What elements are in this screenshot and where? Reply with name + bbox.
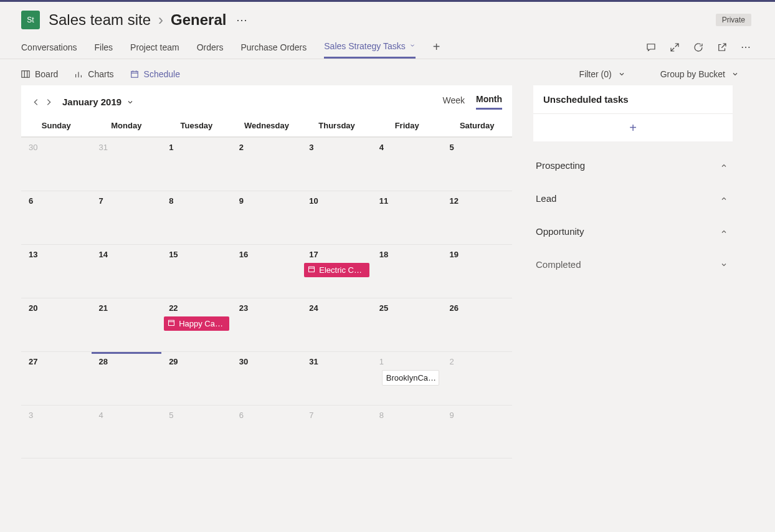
day-cell[interactable]: 2 <box>232 138 302 191</box>
day-cell[interactable]: 30 <box>21 138 92 191</box>
calendar-week: 3456789 <box>21 405 512 458</box>
day-cell[interactable]: 6 <box>232 406 302 458</box>
day-cell[interactable]: 4 <box>372 138 442 191</box>
next-month-button[interactable] <box>42 96 55 108</box>
day-cell[interactable]: 1BrooklynCa… <box>372 352 442 405</box>
groupby-button[interactable]: Group by Bucket <box>660 69 739 79</box>
day-cell[interactable]: 28 <box>92 352 162 405</box>
team-name[interactable]: Sales team site <box>49 11 151 29</box>
day-cell[interactable]: 1 <box>161 138 232 191</box>
day-cell[interactable]: 21 <box>92 298 162 351</box>
bucket-label: Completed <box>536 259 581 270</box>
day-cell[interactable]: 3 <box>302 138 372 191</box>
day-cell[interactable]: 31 <box>92 138 162 191</box>
day-cell[interactable]: 3 <box>21 406 92 458</box>
expand-icon[interactable] <box>669 42 680 53</box>
day-cell[interactable]: 8 <box>161 191 232 244</box>
bucket-completed[interactable]: Completed <box>533 248 733 281</box>
bucket-opportunity[interactable]: Opportunity <box>533 215 733 248</box>
day-number: 27 <box>29 357 89 366</box>
view-board[interactable]: Board <box>21 69 58 79</box>
day-cell[interactable]: 7 <box>302 406 372 458</box>
view-charts[interactable]: Charts <box>74 69 113 79</box>
day-cell[interactable]: 19 <box>442 245 512 298</box>
day-cell[interactable]: 18 <box>372 245 442 298</box>
view-schedule[interactable]: Schedule <box>130 69 180 79</box>
tab-sales-strategy-tasks[interactable]: Sales Strategy Tasks <box>324 36 415 59</box>
calendar-grid: 30311234567891011121314151617Electric C…… <box>21 137 512 458</box>
day-cell[interactable]: 24 <box>302 298 372 351</box>
day-cell[interactable]: 30 <box>232 352 302 405</box>
day-number: 7 <box>99 196 159 206</box>
tab-orders[interactable]: Orders <box>197 36 224 59</box>
tab-conversations[interactable]: Conversations <box>21 36 77 59</box>
add-task-button[interactable]: + <box>533 114 733 141</box>
day-cell[interactable]: 10 <box>302 191 372 244</box>
charts-icon <box>74 70 83 78</box>
open-external-icon[interactable] <box>716 42 728 53</box>
day-number: 21 <box>99 303 159 313</box>
refresh-icon[interactable] <box>693 42 704 53</box>
more-options-icon[interactable]: ⋯ <box>234 13 247 27</box>
day-number: 28 <box>99 357 159 366</box>
day-cell[interactable]: 5 <box>442 138 512 191</box>
day-cell[interactable]: 5 <box>161 406 232 458</box>
tab-purchase-orders[interactable]: Purchase Orders <box>240 36 307 59</box>
range-week[interactable]: Week <box>442 95 465 109</box>
day-header: Monday <box>92 121 162 130</box>
day-cell[interactable]: 16 <box>232 245 302 298</box>
range-month[interactable]: Month <box>476 94 502 110</box>
day-cell[interactable]: 27 <box>21 352 92 405</box>
prev-month-button[interactable] <box>30 96 42 108</box>
more-icon[interactable]: ⋯ <box>740 42 751 53</box>
day-cell[interactable]: 9 <box>232 191 302 244</box>
privacy-badge: Private <box>716 14 751 26</box>
day-cell[interactable]: 31 <box>302 352 372 405</box>
bucket-prospecting[interactable]: Prospecting <box>533 149 733 182</box>
event-label: Happy Ca… <box>179 319 223 328</box>
day-cell[interactable]: 6 <box>21 191 92 244</box>
tab-bar: ConversationsFilesProject teamOrdersPurc… <box>0 36 775 59</box>
day-cell[interactable]: 25 <box>372 298 442 351</box>
day-number: 31 <box>309 357 369 366</box>
tab-project-team[interactable]: Project team <box>130 36 179 59</box>
month-picker[interactable]: January 2019 <box>62 97 134 107</box>
calendar-event[interactable]: BrooklynCa… <box>382 370 440 386</box>
day-cell[interactable]: 22Happy Ca… <box>161 298 232 351</box>
day-cell[interactable]: 14 <box>92 245 162 298</box>
chat-icon[interactable] <box>645 42 657 53</box>
day-number: 25 <box>379 303 440 313</box>
day-cell[interactable]: 29 <box>161 352 232 405</box>
channel-name[interactable]: General <box>171 11 226 29</box>
tab-files[interactable]: Files <box>95 36 113 59</box>
calendar-event[interactable]: Happy Ca… <box>164 316 229 331</box>
day-header: Saturday <box>442 121 512 130</box>
day-cell[interactable]: 13 <box>21 245 92 298</box>
today-marker <box>92 352 162 354</box>
day-cell[interactable]: 4 <box>92 406 162 458</box>
filter-label: Filter (0) <box>579 69 612 79</box>
bucket-lead[interactable]: Lead <box>533 182 733 215</box>
day-number: 6 <box>239 411 300 420</box>
calendar-event[interactable]: Electric C… <box>304 263 369 277</box>
day-cell[interactable]: 12 <box>442 191 512 244</box>
day-cell[interactable]: 17Electric C… <box>302 245 372 298</box>
filter-button[interactable]: Filter (0) <box>579 69 625 79</box>
add-tab-button[interactable]: + <box>433 40 440 54</box>
calendar-icon <box>308 265 315 275</box>
day-cell[interactable]: 7 <box>92 191 162 244</box>
day-cell[interactable]: 11 <box>372 191 442 244</box>
day-cell[interactable]: 15 <box>161 245 232 298</box>
unscheduled-panel: Unscheduled tasks + ProspectingLeadOppor… <box>533 85 733 281</box>
day-cell[interactable]: 8 <box>372 406 442 458</box>
chevron-up-icon <box>720 195 728 202</box>
day-cell[interactable]: 26 <box>442 298 512 351</box>
day-cell[interactable]: 20 <box>21 298 92 351</box>
team-avatar: St <box>21 11 40 29</box>
day-number: 12 <box>449 196 510 206</box>
day-number: 23 <box>239 303 300 313</box>
day-cell[interactable]: 9 <box>442 406 512 458</box>
day-cell[interactable]: 2 <box>442 352 512 405</box>
day-cell[interactable]: 23 <box>232 298 302 351</box>
day-number: 11 <box>379 196 440 206</box>
